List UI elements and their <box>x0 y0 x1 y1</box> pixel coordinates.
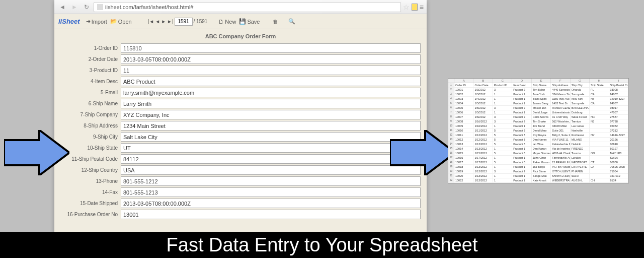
last-record-button[interactable]: ►| <box>167 19 174 24</box>
form-row: 3-Product ID <box>54 66 427 75</box>
cell <box>590 142 609 146</box>
table-row: 15100141/13/20121Product 1Dan KazanVia d… <box>448 147 628 151</box>
form-input[interactable] <box>121 43 421 53</box>
form-input[interactable] <box>121 176 421 186</box>
cell: 562 Wistshire, Apt B <box>551 119 570 123</box>
form-input[interactable] <box>121 187 421 197</box>
cell: Product 1 <box>512 165 531 169</box>
cell: 1/11/2012 <box>473 128 493 133</box>
cell: 10019 <box>454 169 473 173</box>
table-row: 2100011/3/20123Product 2Tim Bolan4440 So… <box>448 88 628 92</box>
doc-icon[interactable] <box>412 4 418 11</box>
cell: 3 <box>493 169 512 173</box>
cell: 1 <box>493 147 512 151</box>
open-button[interactable]: 📂Open <box>110 18 132 25</box>
form-input[interactable] <box>121 199 421 208</box>
cell: LA <box>590 165 609 169</box>
cell: 1/5/2012 <box>473 101 493 105</box>
column-letter: C <box>493 79 512 83</box>
column-letter: I <box>609 79 628 83</box>
save-button[interactable]: 💾Save <box>239 18 260 25</box>
menu-icon[interactable]: ≡ <box>420 3 424 11</box>
header-cell: Order Date <box>473 83 493 87</box>
first-record-button[interactable]: |◄ <box>148 19 154 24</box>
cell: Product 1 <box>512 110 531 114</box>
cell: Product 1 <box>512 147 531 151</box>
cell: Kalaisdenhte 27 00940 <box>551 142 570 146</box>
form-input[interactable] <box>121 154 421 164</box>
header-cell: Ship Name <box>532 83 551 87</box>
cell: 1402 Test Dr <box>551 101 570 105</box>
cell: 5 <box>493 151 512 155</box>
form-row: 8-Ship Address <box>54 121 427 131</box>
form-row: 4-Item Desc <box>54 77 427 86</box>
cell: Product 2 <box>512 106 531 110</box>
cell: Product 3 <box>512 160 531 164</box>
cell: John Chan <box>532 156 551 160</box>
url-bar[interactable]: iisheet.com/farfast/isheet/host.html# <box>94 2 401 12</box>
form-input[interactable] <box>121 121 421 131</box>
cell: Product 1 <box>512 92 531 96</box>
form-label: 4-Item Desc <box>60 79 121 84</box>
form-input[interactable] <box>121 165 421 175</box>
cell: Tim Snake <box>532 119 551 123</box>
prev-record-button[interactable]: ◄ <box>155 19 160 24</box>
cell <box>590 128 609 133</box>
form-label: 5-Email <box>60 90 121 95</box>
back-button[interactable]: ◄ <box>57 2 67 12</box>
cell: David Mary <box>532 128 551 133</box>
cell: 4440 Somecity Place <box>551 88 570 92</box>
delete-icon[interactable]: 🗑 <box>273 19 278 25</box>
form-input[interactable] <box>121 132 421 142</box>
cell: 1 <box>493 178 512 182</box>
cell: 1/16/2012 <box>473 119 493 123</box>
cell: 27587 <box>609 115 628 119</box>
next-record-button[interactable]: ► <box>161 19 166 24</box>
form-input[interactable] <box>121 54 421 64</box>
cell: 1/13/2012 <box>473 178 493 182</box>
header-cell: Ship Address <box>551 83 570 87</box>
cell: 1 <box>493 110 512 114</box>
new-button[interactable]: 🗋New <box>218 19 236 25</box>
record-navigator: |◄ ◄ ► ►| / 1591 <box>148 18 208 26</box>
cell: Product 3 <box>512 142 531 146</box>
cell: 33008 <box>609 88 628 92</box>
cell: AUGSHL <box>571 178 590 182</box>
form-label: 15-Date Shipped <box>60 201 121 206</box>
cell: Sunnyvale <box>571 101 590 105</box>
record-number-input[interactable] <box>175 18 193 26</box>
cell: 3 <box>493 119 512 123</box>
cell: 1/12/2012 <box>473 133 493 137</box>
form-label: 11-Ship Postal Code <box>60 156 121 162</box>
search-icon[interactable]: 🔍 <box>288 18 295 25</box>
form-input[interactable] <box>121 77 421 86</box>
table-row: 7100061/5/20121Product 1David JorgeUnive… <box>448 110 628 115</box>
reload-button[interactable]: ↻ <box>82 2 92 12</box>
bookmark-star-icon[interactable]: ☆ <box>403 3 410 11</box>
form-input[interactable] <box>121 110 421 119</box>
cell: Helsinki <box>571 142 590 146</box>
import-button[interactable]: ➜Import <box>86 18 107 25</box>
cell: LAFAYETTE <box>571 165 590 169</box>
cell: FL <box>590 88 609 92</box>
cell: Toronto <box>571 151 590 155</box>
cell: Suite 201 <box>551 128 570 133</box>
cell: NY <box>590 97 609 101</box>
forward-button[interactable]: ► <box>69 2 79 12</box>
url-text: iisheet.com/farfast/isheet/host.html# <box>105 4 193 10</box>
cell <box>590 124 609 128</box>
cell: 47057 <box>609 110 628 114</box>
form-label: 6-Ship Name <box>60 101 121 106</box>
form-input[interactable] <box>121 210 421 219</box>
form-input[interactable] <box>121 143 421 153</box>
cell: CT <box>590 160 609 164</box>
form-input[interactable] <box>121 88 421 97</box>
cell <box>590 169 609 173</box>
cell: Sange Moe <box>532 174 551 178</box>
table-row: 16100151/15/20125Product 3Mayer Simmer40… <box>448 151 628 156</box>
form-input[interactable] <box>121 99 421 108</box>
form-input[interactable] <box>121 66 421 75</box>
form-row: 11-Ship Postal Code <box>54 154 427 164</box>
cell: Shinrim 2-dong <box>551 174 570 178</box>
table-row: 12100111/12/20125Product 3Roy RoyceBldg … <box>448 133 628 138</box>
